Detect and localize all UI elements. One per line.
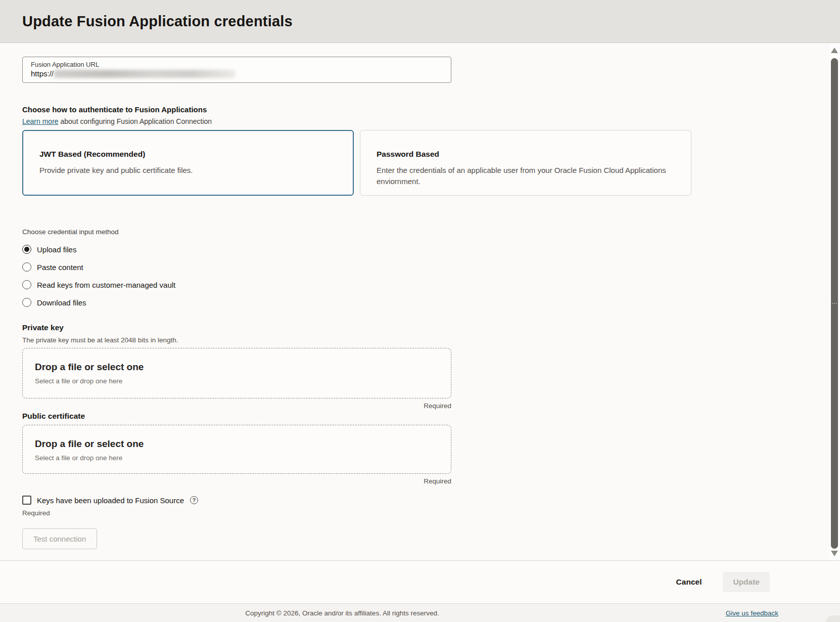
keys-uploaded-required-label: Required — [22, 509, 829, 517]
public-certificate-dropzone[interactable]: Drop a file or select one Select a file … — [22, 425, 451, 474]
dialog-header: Update Fusion Application credentials — [0, 0, 840, 43]
auth-section-heading: Choose how to authenticate to Fusion App… — [22, 105, 829, 114]
keys-uploaded-checkbox-row[interactable]: Keys have been uploaded to Fusion Source… — [22, 496, 829, 505]
radio-download-files[interactable]: Download files — [22, 297, 829, 307]
test-connection-button[interactable]: Test connection — [22, 528, 97, 549]
public-certificate-heading: Public certificate — [22, 412, 829, 421]
keys-uploaded-checkbox-label: Keys have been uploaded to Fusion Source — [37, 496, 184, 505]
radio-upload-files[interactable]: Upload files — [22, 244, 829, 254]
public-certificate-required-label: Required — [22, 477, 451, 485]
fusion-url-redacted-blur — [54, 70, 235, 78]
credential-method-label: Choose credential input method — [22, 228, 829, 236]
help-question-icon[interactable]: ? — [190, 496, 198, 504]
private-key-hint: The private key must be at least 2048 bi… — [22, 336, 829, 344]
private-key-dropzone[interactable]: Drop a file or select one Select a file … — [22, 348, 451, 398]
radio-unselected-icon — [22, 298, 31, 307]
auth-card-jwt[interactable]: JWT Based (Recommended) Provide private … — [22, 130, 354, 196]
page-title: Update Fusion Application credentials — [22, 13, 293, 30]
private-key-drop-subtitle: Select a file or drop one here — [35, 377, 439, 385]
fusion-url-field[interactable]: Fusion Application URL https:// — [22, 57, 451, 83]
auth-card-jwt-description: Provide private key and public certifica… — [39, 165, 337, 176]
fusion-url-value[interactable]: https:// — [31, 69, 443, 78]
private-key-drop-title: Drop a file or select one — [35, 362, 439, 373]
public-certificate-drop-title: Drop a file or select one — [35, 438, 439, 450]
auth-method-cards: JWT Based (Recommended) Provide private … — [22, 130, 829, 196]
auth-card-password[interactable]: Password Based Enter the credentials of … — [360, 130, 691, 196]
auth-card-password-description: Enter the credentials of an applicable u… — [377, 165, 675, 187]
update-button[interactable]: Update — [723, 572, 770, 592]
learn-more-line: Learn more about configuring Fusion Appl… — [22, 117, 829, 125]
credential-method-radio-group: Upload files Paste content Read keys fro… — [22, 244, 829, 307]
page-footer: Copyright © 2026, Oracle and/or its affi… — [0, 603, 840, 622]
scrollbar-thumb[interactable] — [831, 58, 838, 549]
cancel-button[interactable]: Cancel — [673, 572, 705, 592]
checkbox-unchecked-icon[interactable] — [22, 496, 31, 505]
learn-more-rest: about configuring Fusion Application Con… — [59, 117, 212, 125]
dialog-body: Fusion Application URL https:// Choose h… — [0, 43, 829, 560]
vertical-scrollbar[interactable] — [829, 43, 840, 560]
give-feedback-link[interactable]: Give us feedback — [726, 604, 778, 622]
radio-paste-content[interactable]: Paste content — [22, 262, 829, 272]
copyright-text: Copyright © 2026, Oracle and/or its affi… — [0, 604, 684, 622]
radio-customer-managed-vault[interactable]: Read keys from customer-managed vault — [22, 280, 829, 290]
auth-card-jwt-title: JWT Based (Recommended) — [39, 150, 337, 159]
private-key-heading: Private key — [22, 323, 829, 332]
dialog-action-bar: Cancel Update — [0, 560, 840, 603]
corner-resize-grip — [826, 615, 840, 622]
scroll-up-arrow-icon[interactable] — [831, 48, 838, 53]
radio-selected-icon — [22, 245, 31, 254]
fusion-url-label: Fusion Application URL — [31, 61, 443, 68]
radio-unselected-icon — [22, 262, 31, 272]
learn-more-link[interactable]: Learn more — [22, 117, 59, 125]
private-key-required-label: Required — [22, 402, 451, 410]
scrollbar-grip-dots-icon — [832, 303, 837, 304]
radio-unselected-icon — [22, 280, 31, 289]
public-certificate-drop-subtitle: Select a file or drop one here — [35, 454, 439, 462]
auth-card-password-title: Password Based — [377, 150, 675, 159]
scroll-down-arrow-icon[interactable] — [831, 551, 838, 556]
fusion-url-prefix: https:// — [31, 69, 54, 78]
